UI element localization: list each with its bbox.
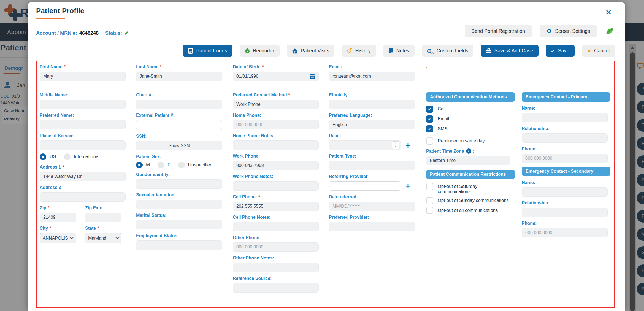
info-icon[interactable]: i	[466, 148, 471, 154]
gear-icon: ⚙	[546, 28, 552, 34]
radio-icon	[178, 162, 185, 168]
history-button[interactable]: ↺ History	[342, 45, 376, 57]
place-of-service-input[interactable]	[40, 140, 126, 150]
work-phone-notes-input[interactable]	[233, 181, 319, 191]
patient-profile-modal: Patient Profile ✕ Account / MRN #: 46482…	[28, 2, 625, 311]
calendar-icon[interactable]	[310, 74, 315, 79]
state-select[interactable]: Maryland	[85, 233, 121, 243]
cell-phone-notes-input[interactable]	[233, 222, 319, 231]
patient-forms-icon	[188, 48, 193, 54]
cell-phone-input[interactable]: 202 555 5555	[233, 202, 319, 211]
patient-visits-label: Patient Visits	[301, 48, 329, 54]
address-1-input[interactable]: 1449 Water Way Dr	[40, 172, 126, 181]
account-mrn-label: Account / MRN #:	[36, 30, 77, 36]
field-label: Relationship:	[522, 201, 550, 205]
checkbox-sms[interactable]: ✓ SMS	[426, 125, 515, 132]
reference-source-input[interactable]	[233, 283, 319, 293]
patient-time-zone-input[interactable]: Eastern Time	[426, 156, 510, 165]
preferred-name-input[interactable]	[40, 120, 126, 129]
screen-settings-button[interactable]: ⚙ Screen Settings	[540, 25, 597, 37]
other-phone-input[interactable]: 000 000 0000	[233, 242, 319, 252]
referring-provider-input[interactable]	[329, 181, 401, 191]
ec-primary-relationship-input[interactable]	[522, 133, 608, 143]
race-spinner[interactable]: ▲ ▼	[392, 141, 399, 149]
chart-number-input[interactable]	[136, 100, 222, 109]
preferred-provider-input[interactable]	[329, 222, 415, 231]
field-ethnicity: Ethnicity:	[329, 92, 415, 109]
field-other-phone: Other Phone: 000 000 0000	[233, 235, 319, 252]
date-referred-input[interactable]: MM/DD/YYYY	[329, 202, 415, 211]
close-icon[interactable]: ✕	[605, 8, 611, 17]
field-state: State* Maryland	[85, 226, 121, 243]
date-of-birth-input[interactable]: 01/01/1990	[233, 72, 319, 81]
ec-primary-name-input[interactable]	[522, 113, 608, 122]
save-add-case-button[interactable]: Save & Add Case	[481, 45, 539, 57]
reminder-button[interactable]: Reminder	[240, 45, 280, 57]
zip-input[interactable]: 21409	[40, 213, 76, 222]
field-label: Address 1	[40, 165, 61, 170]
checkbox-optout-sunday[interactable]: ✓ Opt-out of Sunday communications	[426, 197, 515, 204]
status-label: Status:	[105, 30, 122, 36]
custom-fields-button[interactable]: ⚙⚙ Custom Fields	[422, 45, 473, 57]
cancel-button[interactable]: ✕ Cancel	[582, 45, 615, 57]
ec-secondary-phone-input[interactable]: 000 000 0000	[522, 228, 608, 237]
field-home-phone: Home Phone: 000 000 0000	[233, 113, 319, 129]
form-column-5: Authorized Communication Methods ✓ Call …	[426, 92, 515, 217]
cancel-x-icon: ✕	[587, 48, 591, 54]
screen-settings-label: Screen Settings	[555, 28, 590, 34]
patient-time-zone-label: Patient Time Zone i :	[426, 148, 515, 154]
external-patient-number-input[interactable]	[136, 120, 222, 130]
preferred-contact-method-input[interactable]: Work Phone	[233, 100, 319, 109]
home-phone-input[interactable]: 000 000 0000	[233, 120, 319, 129]
patient-forms-button[interactable]: Patient Forms	[183, 45, 232, 57]
work-phone-input[interactable]: 800-943-7968	[233, 161, 319, 170]
email-input[interactable]: rxntteam@rxnt.com	[329, 72, 415, 81]
radio-female[interactable]: F	[158, 162, 170, 168]
middle-name-input[interactable]	[40, 100, 126, 109]
save-button[interactable]: ✔ Save	[546, 45, 575, 57]
field-ssn: SSN: Show SSN	[136, 134, 222, 150]
field-ec-secondary-relationship: Relationship:	[522, 200, 610, 217]
show-ssn-button[interactable]: Show SSN	[136, 141, 222, 150]
address-type-radios: US International	[40, 153, 126, 160]
spin-down-icon[interactable]: ▼	[395, 145, 397, 148]
ec-secondary-name-input[interactable]	[522, 187, 608, 197]
checkbox-call[interactable]: ✓ Call	[426, 106, 515, 113]
first-name-input[interactable]: Mary	[40, 72, 126, 81]
city-select[interactable]: ANNAPOLIS	[40, 233, 76, 243]
employment-status-input[interactable]	[136, 240, 222, 250]
leaf-icon[interactable]	[605, 27, 614, 35]
checkbox-optout-saturday[interactable]: ✓ Opt-out of Saturday communications	[426, 183, 515, 194]
checkbox-email[interactable]: ✓ Email	[426, 115, 515, 123]
add-race-button[interactable]: +	[405, 141, 411, 150]
radio-international[interactable]: International	[64, 153, 100, 160]
race-input[interactable]: ▲ ▼	[329, 140, 401, 150]
ec-primary-phone-input[interactable]: 000 000 0000	[522, 154, 608, 163]
other-phone-notes-input[interactable]	[233, 263, 319, 272]
checkbox-optout-all[interactable]: ✓ Opt-out of all communications	[426, 207, 515, 214]
patient-type-input[interactable]	[329, 161, 415, 170]
field-label: Patient Sex:	[136, 154, 161, 159]
add-referring-provider-button[interactable]: +	[405, 182, 411, 190]
field-chart-number: Chart #:	[136, 92, 222, 109]
gender-identity-input[interactable]	[136, 179, 222, 189]
home-phone-notes-input[interactable]	[233, 140, 319, 150]
ethnicity-input[interactable]	[329, 100, 415, 109]
checkbox-icon: ✓	[426, 106, 433, 113]
patient-visits-button[interactable]: Patient Visits	[287, 45, 335, 57]
last-name-input[interactable]: Jane-Smith	[136, 72, 222, 81]
radio-us[interactable]: US	[40, 153, 56, 160]
send-portal-registration-button[interactable]: Send Portal Registration	[465, 25, 532, 37]
ec-secondary-relationship-input[interactable]	[522, 208, 608, 217]
field-label: Name:	[522, 180, 535, 185]
marital-status-input[interactable]	[136, 220, 222, 229]
notes-button[interactable]: Notes	[383, 45, 415, 57]
radio-unspecified[interactable]: Unspecified	[178, 162, 213, 168]
spin-up-icon[interactable]: ▲	[395, 143, 397, 145]
address-2-input[interactable]	[40, 192, 126, 202]
sexual-orientation-input[interactable]	[136, 200, 222, 209]
zip-extn-input[interactable]	[85, 213, 121, 222]
checkbox-reminder-same-day[interactable]: ✓ Reminder on same day	[426, 137, 515, 145]
preferred-language-input[interactable]: English	[329, 120, 415, 129]
radio-male[interactable]: M	[136, 162, 150, 168]
